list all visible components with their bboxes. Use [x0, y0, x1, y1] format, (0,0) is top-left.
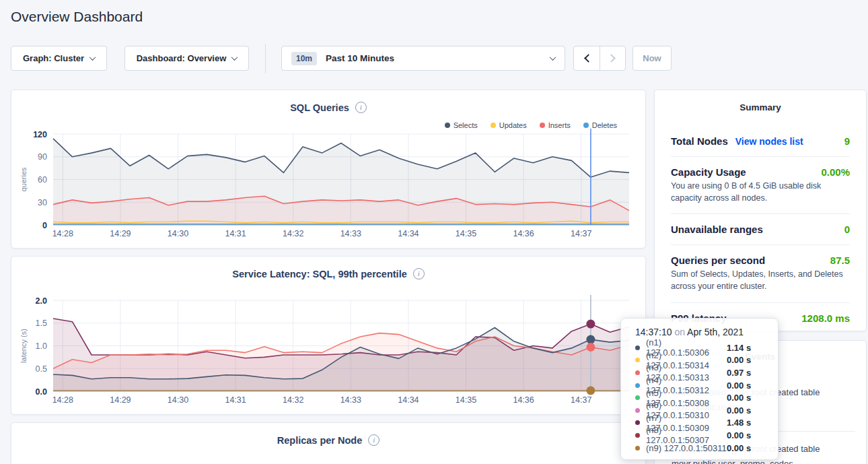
legend-item[interactable]: Selects — [445, 121, 478, 129]
svg-text:14:30: 14:30 — [168, 229, 188, 238]
sql-queries-chart[interactable]: 030609012014:2814:2914:3014:3114:3214:33… — [11, 90, 647, 249]
chart-hover-tooltip: 14:37:10 on Apr 5th, 2021 (n1) 127.0.0.1… — [620, 318, 779, 460]
chart-title: Service Latency: SQL, 99th percentile — [232, 269, 407, 279]
tooltip-connector: on — [674, 327, 685, 337]
chevron-down-icon — [231, 54, 238, 61]
svg-text:14:29: 14:29 — [110, 395, 131, 405]
svg-text:14:32: 14:32 — [283, 229, 303, 238]
svg-text:14:33: 14:33 — [340, 229, 361, 238]
tooltip-node-value: 0.00 s — [727, 430, 759, 440]
chart-title-row: SQL Queries i — [11, 102, 645, 113]
summary-row-queries-per-second: Queries per second 87.5 Sum of Selects, … — [671, 245, 850, 302]
legend-item[interactable]: Deletes — [583, 121, 617, 129]
svg-text:2.0: 2.0 — [36, 296, 47, 306]
svg-text:14:28: 14:28 — [52, 395, 73, 405]
chart-legend: SelectsUpdatesInsertsDeletes — [445, 121, 617, 129]
info-icon[interactable]: i — [413, 268, 425, 279]
svg-text:14:34: 14:34 — [398, 229, 419, 238]
svg-text:14:28: 14:28 — [52, 229, 73, 238]
series-dot-icon — [635, 446, 640, 451]
summary-description: Sum of Selects, Updates, Inserts, and De… — [671, 268, 850, 292]
chevron-down-icon — [550, 54, 556, 61]
series-dot-icon — [635, 345, 640, 350]
tooltip-time: 14:37:10 — [635, 327, 672, 337]
svg-text:0: 0 — [42, 221, 47, 230]
summary-label: Total Nodes — [671, 135, 728, 147]
view-nodes-list-link[interactable]: View nodes list — [735, 136, 803, 147]
summary-panel: Summary Total Nodes View nodes list 9 Ca… — [654, 90, 867, 331]
summary-row-unavailable-ranges: Unavailable ranges 0 — [671, 214, 850, 244]
time-back-button[interactable] — [574, 46, 600, 70]
service-latency-chart[interactable]: 0.00.51.01.52.014:2814:2914:3014:3114:32… — [11, 257, 647, 416]
svg-text:14:33: 14:33 — [340, 395, 361, 405]
tooltip-node-value: 0.00 s — [727, 380, 759, 391]
legend-label: Selects — [454, 121, 478, 129]
graph-dropdown[interactable]: Graph: Cluster — [11, 46, 107, 71]
time-range-label: Past 10 Minutes — [326, 53, 394, 63]
svg-text:60: 60 — [38, 175, 47, 185]
svg-text:14:29: 14:29 — [110, 229, 131, 238]
svg-text:0.0: 0.0 — [36, 387, 47, 397]
tooltip-node-value: 1.48 s — [727, 418, 759, 428]
svg-text:14:31: 14:31 — [225, 395, 246, 405]
page-title: Overview Dashboard — [11, 9, 143, 25]
chart-title-row: Service Latency: SQL, 99th percentile i — [11, 268, 645, 279]
series-dot-icon — [491, 123, 496, 128]
series-dot-icon — [635, 420, 640, 425]
summary-label: Unavailable ranges — [671, 224, 763, 235]
tooltip-date: Apr 5th, 2021 — [687, 327, 744, 337]
svg-text:0.5: 0.5 — [36, 364, 47, 374]
svg-text:30: 30 — [38, 198, 47, 207]
chart-title: SQL Queries — [290, 102, 349, 113]
overview-dashboard-page: Overview Dashboard Graph: Cluster Dashbo… — [0, 0, 868, 464]
tooltip-row: (n8) 127.0.0.1:503070.00 s — [635, 429, 778, 442]
legend-item[interactable]: Inserts — [540, 121, 571, 129]
time-range-picker[interactable]: 10m Past 10 Minutes — [281, 46, 565, 71]
series-dot-icon — [635, 358, 640, 362]
dashboard-dropdown-label: Dashboard: Overview — [137, 53, 227, 63]
service-latency-panel: 0.00.51.01.52.014:2814:2914:3014:3114:32… — [11, 256, 646, 415]
time-range-badge: 10m — [291, 52, 317, 65]
time-forward-button[interactable] — [600, 46, 625, 70]
series-dot-icon — [635, 383, 640, 388]
series-dot-icon — [540, 123, 545, 128]
svg-text:14:35: 14:35 — [456, 395, 476, 405]
info-icon[interactable]: i — [368, 434, 379, 446]
toolbar: Graph: Cluster Dashboard: Overview 10m P… — [0, 46, 868, 71]
summary-value: 1208.0 ms — [801, 312, 850, 324]
series-dot-icon — [635, 408, 640, 413]
summary-value: 87.5 — [830, 255, 850, 266]
tooltip-row: (n9) 127.0.0.1:503110.00 s — [635, 442, 778, 455]
svg-text:14:35: 14:35 — [456, 229, 476, 238]
info-icon[interactable]: i — [355, 102, 367, 113]
series-dot-icon — [583, 123, 589, 128]
legend-item[interactable]: Updates — [491, 121, 527, 129]
svg-text:14:32: 14:32 — [283, 395, 303, 405]
replicas-per-node-panel: Replicas per Node i — [11, 422, 646, 464]
legend-label: Inserts — [548, 121, 571, 129]
now-button[interactable]: Now — [632, 46, 672, 71]
legend-label: Updates — [499, 121, 527, 129]
tooltip-node-value: 1.14 s — [727, 343, 759, 353]
chevron-down-icon — [89, 54, 96, 61]
svg-text:latency (s): latency (s) — [20, 329, 28, 363]
toolbar-divider — [265, 44, 266, 73]
series-dot-icon — [445, 123, 450, 128]
tooltip-node-value: 0.00 s — [727, 443, 759, 453]
summary-row-total-nodes: Total Nodes View nodes list 9 — [671, 126, 850, 156]
series-dot-icon — [635, 433, 640, 438]
sql-queries-panel: 030609012014:2814:2914:3014:3114:3214:33… — [11, 90, 646, 248]
svg-text:queries: queries — [20, 167, 28, 192]
dashboard-dropdown[interactable]: Dashboard: Overview — [124, 46, 249, 71]
tooltip-node-value: 0.00 s — [727, 393, 759, 403]
summary-value: 9 — [844, 135, 850, 147]
svg-text:14:30: 14:30 — [168, 395, 188, 405]
svg-text:14:36: 14:36 — [513, 395, 534, 405]
svg-text:120: 120 — [33, 130, 47, 139]
svg-text:14:37: 14:37 — [571, 395, 591, 405]
tooltip-node-value: 0.00 s — [727, 355, 759, 365]
tooltip-rows: (n1) 127.0.0.1:503061.14 s(n2) 127.0.0.1… — [635, 341, 778, 454]
svg-text:14:36: 14:36 — [513, 229, 534, 238]
series-dot-icon — [635, 395, 640, 400]
svg-text:14:37: 14:37 — [571, 229, 591, 238]
